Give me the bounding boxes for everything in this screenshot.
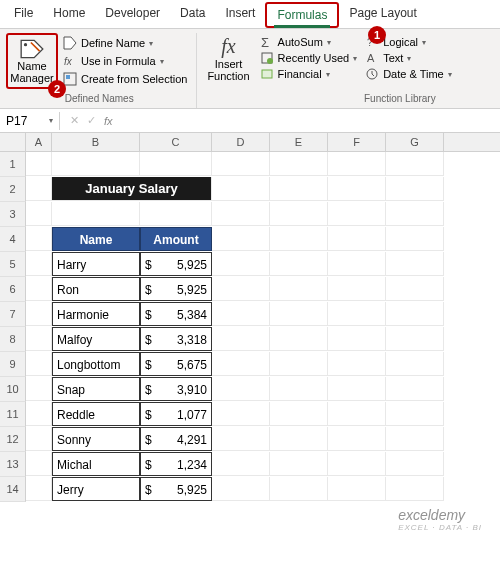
cell[interactable] <box>270 477 328 501</box>
row-header[interactable]: 8 <box>0 327 26 352</box>
cell[interactable]: $5,384 <box>140 302 212 326</box>
use-in-formula-button[interactable]: fx Use in Formula ▾ <box>62 53 188 69</box>
col-header-c[interactable]: C <box>140 133 212 151</box>
insert-function-button[interactable]: fx Insert Function <box>201 33 255 84</box>
select-all-corner[interactable] <box>0 133 26 151</box>
name-box[interactable]: P17 ▾ <box>0 112 60 130</box>
cell[interactable] <box>270 427 328 451</box>
name-manager-button[interactable]: Name Manager <box>6 33 58 89</box>
cell[interactable] <box>26 377 52 401</box>
cell[interactable] <box>270 152 328 176</box>
row-header[interactable]: 7 <box>0 302 26 327</box>
cell[interactable] <box>328 402 386 426</box>
cell[interactable] <box>212 402 270 426</box>
cell[interactable]: $1,077 <box>140 402 212 426</box>
cell[interactable] <box>52 152 140 176</box>
cell[interactable] <box>328 227 386 251</box>
col-header-a[interactable]: A <box>26 133 52 151</box>
tab-file[interactable]: File <box>4 2 43 28</box>
text-button[interactable]: A Text ▾ <box>365 51 452 65</box>
cell[interactable]: $5,925 <box>140 477 212 501</box>
cell[interactable] <box>270 402 328 426</box>
financial-button[interactable]: Financial ▾ <box>260 67 358 81</box>
cell[interactable] <box>26 252 52 276</box>
cell[interactable] <box>26 402 52 426</box>
cell[interactable]: $5,675 <box>140 352 212 376</box>
cell[interactable]: $3,318 <box>140 327 212 351</box>
cell[interactable] <box>386 202 444 226</box>
cell[interactable] <box>26 477 52 501</box>
row-header[interactable]: 14 <box>0 477 26 502</box>
cell[interactable] <box>270 302 328 326</box>
recently-used-button[interactable]: Recently Used ▾ <box>260 51 358 65</box>
cell[interactable] <box>270 377 328 401</box>
cell[interactable] <box>270 177 328 201</box>
col-header-g[interactable]: G <box>386 133 444 151</box>
cell[interactable] <box>386 327 444 351</box>
col-header-f[interactable]: F <box>328 133 386 151</box>
cell[interactable] <box>386 177 444 201</box>
row-header[interactable]: 11 <box>0 402 26 427</box>
cell[interactable] <box>270 352 328 376</box>
autosum-button[interactable]: Σ AutoSum ▾ <box>260 35 358 49</box>
cell[interactable] <box>386 302 444 326</box>
row-header[interactable]: 10 <box>0 377 26 402</box>
cell[interactable] <box>386 402 444 426</box>
cell[interactable]: Longbottom <box>52 352 140 376</box>
cell[interactable] <box>270 327 328 351</box>
tab-data[interactable]: Data <box>170 2 215 28</box>
cell[interactable] <box>212 452 270 476</box>
cell[interactable] <box>212 252 270 276</box>
tab-developer[interactable]: Developer <box>95 2 170 28</box>
col-header-d[interactable]: D <box>212 133 270 151</box>
cell[interactable] <box>270 202 328 226</box>
cell[interactable] <box>26 327 52 351</box>
cell[interactable]: Reddle <box>52 402 140 426</box>
fx-icon[interactable]: fx <box>104 115 113 127</box>
tab-home[interactable]: Home <box>43 2 95 28</box>
cell[interactable] <box>26 452 52 476</box>
cell[interactable]: $3,910 <box>140 377 212 401</box>
cell[interactable] <box>26 302 52 326</box>
cell[interactable]: Michal <box>52 452 140 476</box>
col-header-b[interactable]: B <box>52 133 140 151</box>
cell[interactable] <box>328 327 386 351</box>
cell[interactable] <box>386 277 444 301</box>
cell[interactable]: Name <box>52 227 140 251</box>
cell[interactable] <box>328 377 386 401</box>
cell[interactable] <box>328 252 386 276</box>
cell[interactable] <box>328 452 386 476</box>
cell[interactable] <box>328 202 386 226</box>
cell[interactable] <box>212 302 270 326</box>
row-header[interactable]: 12 <box>0 427 26 452</box>
cell[interactable] <box>328 427 386 451</box>
cell[interactable] <box>386 152 444 176</box>
cell[interactable]: Ron <box>52 277 140 301</box>
define-name-button[interactable]: Define Name ▾ <box>62 35 188 51</box>
enter-icon[interactable]: ✓ <box>87 114 96 127</box>
row-header[interactable]: 5 <box>0 252 26 277</box>
cancel-icon[interactable]: ✕ <box>70 114 79 127</box>
cell[interactable] <box>140 152 212 176</box>
cell[interactable] <box>270 252 328 276</box>
cell[interactable]: $4,291 <box>140 427 212 451</box>
row-header[interactable]: 13 <box>0 452 26 477</box>
cell[interactable]: January Salary <box>52 177 212 201</box>
cell[interactable]: $5,925 <box>140 277 212 301</box>
row-header[interactable]: 3 <box>0 202 26 227</box>
cell[interactable] <box>328 277 386 301</box>
cell[interactable]: Sonny <box>52 427 140 451</box>
cell[interactable]: Snap <box>52 377 140 401</box>
cell[interactable] <box>26 352 52 376</box>
cell[interactable] <box>26 277 52 301</box>
cell[interactable] <box>26 202 52 226</box>
cell[interactable] <box>328 477 386 501</box>
cell[interactable]: $5,925 <box>140 252 212 276</box>
cell[interactable] <box>270 227 328 251</box>
cell[interactable] <box>328 302 386 326</box>
cell[interactable] <box>212 352 270 376</box>
cell[interactable]: Amount <box>140 227 212 251</box>
cell[interactable] <box>26 227 52 251</box>
cell[interactable]: Jerry <box>52 477 140 501</box>
col-header-e[interactable]: E <box>270 133 328 151</box>
